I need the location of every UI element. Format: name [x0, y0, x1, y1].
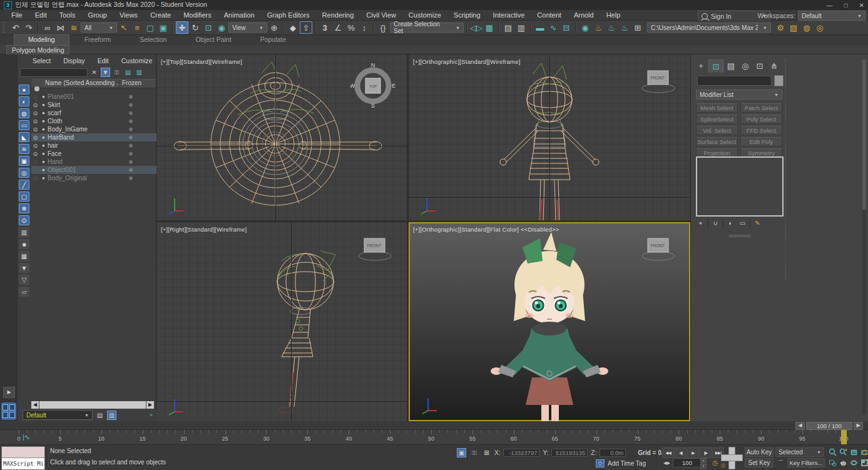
- tab-modify[interactable]: ⊡: [708, 59, 723, 73]
- modifier-button[interactable]: Patch Select: [740, 103, 782, 113]
- window-crossing-icon[interactable]: ▣: [157, 21, 170, 34]
- frozen-column-header[interactable]: Frozen: [120, 79, 156, 88]
- menu-item[interactable]: Rendering: [316, 11, 360, 19]
- tab-utilities[interactable]: ⋔: [767, 59, 781, 72]
- modifier-button[interactable]: Edit Poly: [740, 137, 782, 146]
- scrollbar-thumb[interactable]: [39, 401, 146, 409]
- ribbon-tab[interactable]: Populate: [247, 35, 300, 45]
- menu-item[interactable]: Modifiers: [177, 11, 218, 19]
- gear-sphere-icon[interactable]: ⚙: [774, 21, 787, 34]
- scene-object-row[interactable]: ⊙ ● HairBand ❄: [31, 133, 156, 141]
- maxscript-mini-listener[interactable]: MAXScript Mi: [1, 446, 45, 470]
- scene-object-row[interactable]: ⊙ ● Face ❄: [31, 150, 156, 158]
- explorer-menu-item[interactable]: Edit: [93, 57, 114, 64]
- viewport-orthographic-wire[interactable]: [+][Orthographic][Standard][Wireframe]: [409, 54, 690, 220]
- pan-hand-icon[interactable]: [838, 457, 848, 467]
- frozen-snowflake-icon[interactable]: ❄: [105, 118, 156, 125]
- modifier-button[interactable]: Vol. Select: [696, 126, 738, 135]
- menu-item[interactable]: Views: [113, 11, 144, 19]
- modifier-button[interactable]: Mesh Select: [696, 103, 738, 113]
- configure-modifier-sets-icon[interactable]: ✎: [753, 218, 762, 228]
- close-button[interactable]: ✕: [859, 2, 864, 9]
- select-and-move-icon[interactable]: ✚: [176, 21, 188, 34]
- zoom-all-icon[interactable]: [838, 447, 848, 457]
- folder-icon[interactable]: ▱: [19, 287, 29, 297]
- explorer-menu-item[interactable]: Customize: [116, 57, 158, 64]
- zoom-region-icon[interactable]: [827, 457, 837, 467]
- scene-object-row[interactable]: ⊙ ● Body_Original ❄: [31, 174, 156, 182]
- select-and-scale-icon[interactable]: ⊡: [202, 21, 215, 34]
- visibility-eye-icon[interactable]: ⊙: [31, 175, 39, 181]
- more-options-chevron[interactable]: »: [150, 412, 153, 418]
- name-column-header[interactable]: Name (Sorted Ascending ...: [31, 79, 120, 88]
- hierarchy-mode-icon[interactable]: ▥: [107, 411, 116, 420]
- ribbon-tab[interactable]: Selection: [126, 35, 180, 45]
- modifier-list-dropdown[interactable]: Modifier List▼: [696, 89, 782, 100]
- selection-filter-dropdown[interactable]: All▼: [81, 23, 117, 33]
- visibility-eye-icon[interactable]: ⊙: [31, 118, 39, 125]
- display-colors-toggle[interactable]: ■: [19, 239, 29, 249]
- redo-icon[interactable]: ↷: [23, 21, 35, 34]
- scene-object-row[interactable]: ⊙ ● Cloth ❄: [31, 117, 156, 125]
- display-frozen-toggle[interactable]: ❄: [19, 203, 29, 213]
- set-key-button[interactable]: Set Key: [745, 458, 774, 467]
- workspace-dropdown[interactable]: Default▼: [798, 11, 865, 21]
- isolate-selection-toggle[interactable]: ▣: [457, 448, 466, 457]
- bind-to-spacewarp-icon[interactable]: ≋: [68, 21, 80, 34]
- modifier-stack[interactable]: [696, 156, 784, 217]
- mirror-icon[interactable]: ◁▷: [470, 21, 483, 34]
- tab-create[interactable]: ＋: [694, 59, 708, 72]
- visibility-eye-icon[interactable]: ⊙: [31, 102, 39, 108]
- display-lights-toggle[interactable]: ◍: [19, 108, 29, 118]
- toolbar-grip[interactable]: [3, 22, 7, 33]
- menu-item[interactable]: Create: [144, 11, 177, 19]
- snaps-toggle-icon[interactable]: 3: [319, 21, 331, 34]
- make-unique-icon[interactable]: ◐: [726, 218, 735, 228]
- toggle-scene-explorer-icon[interactable]: ▤: [502, 21, 514, 34]
- viewcube-front[interactable]: FRONT: [640, 233, 677, 262]
- ribbon-tab[interactable]: Object Paint: [181, 35, 245, 45]
- set-keys-button[interactable]: ⚿: [721, 447, 742, 468]
- filter-combinations-icon[interactable]: ▼: [19, 263, 29, 273]
- visibility-eye-icon[interactable]: ⊙: [31, 167, 39, 173]
- keyboard-shortcut-override-icon[interactable]: ⇧: [300, 21, 312, 34]
- viewcube-front[interactable]: FRONT: [357, 233, 393, 262]
- viewport-flatcolor-label[interactable]: [+][Orthographic][Standard][Flat Color] …: [413, 226, 559, 233]
- current-frame-marker[interactable]: [841, 430, 847, 444]
- ribbon-tab[interactable]: Freeform: [71, 35, 125, 45]
- menu-item[interactable]: File: [5, 11, 29, 19]
- visibility-eye-icon[interactable]: ⊙: [31, 94, 39, 100]
- listener-script-pane[interactable]: MAXScript Mi: [2, 458, 44, 469]
- menu-item[interactable]: Customize: [402, 11, 447, 19]
- use-pivot-point-icon[interactable]: ⊕: [268, 21, 280, 34]
- scene-object-row[interactable]: ⊙ ● Skirt ❄: [31, 101, 156, 109]
- named-selection-sets-dropdown[interactable]: Create Selection Set▼: [390, 23, 464, 33]
- time-slider-handle[interactable]: 100 / 100: [806, 422, 852, 430]
- display-cameras-toggle[interactable]: ▭: [19, 120, 29, 130]
- frozen-snowflake-icon[interactable]: ❄: [105, 94, 156, 100]
- explorer-menu-item[interactable]: Select: [28, 57, 56, 64]
- selection-lock-toggle[interactable]: ⚿: [469, 448, 479, 457]
- menu-item[interactable]: Content: [531, 11, 568, 19]
- viewcube-front[interactable]: FRONT: [640, 66, 677, 95]
- menu-item[interactable]: Civil View: [360, 11, 402, 19]
- explorer-menu-item[interactable]: Display: [58, 57, 89, 64]
- visibility-eye-icon[interactable]: ⊙: [31, 159, 39, 165]
- minimize-button[interactable]: —: [827, 2, 833, 9]
- visibility-eye-icon[interactable]: ⊙: [31, 151, 39, 157]
- modifier-button[interactable]: FFD Select: [740, 126, 782, 135]
- layers-stack-icon[interactable]: ▤: [95, 411, 105, 420]
- display-shapes-toggle[interactable]: ◐: [19, 96, 29, 106]
- x-coordinate-field[interactable]: -13323797: [503, 449, 539, 457]
- angle-snap-icon[interactable]: ∠: [332, 21, 344, 34]
- select-and-place-icon[interactable]: ◉: [215, 21, 228, 34]
- material-editor-icon[interactable]: ◉: [579, 21, 591, 34]
- viewport-layout-tab-icon[interactable]: [1, 402, 16, 420]
- key-filters-button[interactable]: Key Filters...: [787, 458, 825, 467]
- rendered-frame-window-icon[interactable]: ♨: [605, 21, 618, 34]
- select-object-icon[interactable]: ↖: [118, 21, 130, 34]
- lock-explorer-icon[interactable]: ⚿: [112, 68, 121, 77]
- viewport-ortho-label[interactable]: [+][Orthographic][Standard][Wireframe]: [413, 58, 521, 65]
- spinner-snap-icon[interactable]: ↕: [358, 21, 370, 34]
- scene-object-row[interactable]: ⊙ ● Object001 ❄: [31, 166, 156, 174]
